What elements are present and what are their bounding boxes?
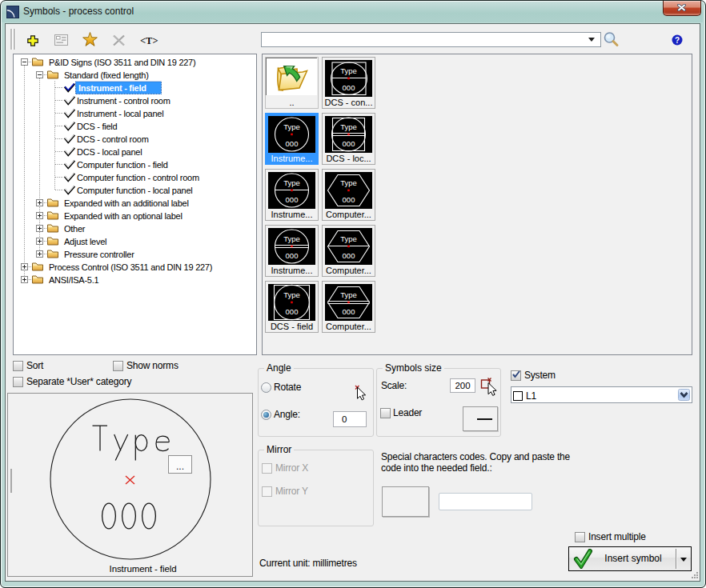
svg-text:P&ID Signs (ISO 3511 and DIN 1: P&ID Signs (ISO 3511 and DIN 19 227) xyxy=(49,58,195,67)
svg-text:Instrument - local panel: Instrument - local panel xyxy=(77,109,163,118)
svg-text:Pressure controller: Pressure controller xyxy=(64,250,134,259)
svg-text:Instrument - field: Instrument - field xyxy=(78,83,146,93)
svg-text:Computer function - field: Computer function - field xyxy=(77,160,168,170)
svg-text:Expanded with an additional la: Expanded with an additional label xyxy=(64,198,189,208)
svg-text:?: ? xyxy=(675,36,680,45)
svg-text:Standard (fixed length): Standard (fixed length) xyxy=(64,70,149,80)
svg-text:Adjust level: Adjust level xyxy=(64,237,106,246)
svg-text:Other: Other xyxy=(64,224,86,234)
svg-text:Expanded with an optional labe: Expanded with an optional label xyxy=(64,211,183,221)
svg-text:Computer function - control ro: Computer function - control room xyxy=(77,173,199,182)
svg-text:DCS - local panel: DCS - local panel xyxy=(77,147,142,157)
svg-text:DCS - control room: DCS - control room xyxy=(77,134,149,144)
svg-text:DCS - field: DCS - field xyxy=(77,122,118,131)
svg-text:ANSI/ISA-5.1: ANSI/ISA-5.1 xyxy=(49,275,99,285)
svg-text:Instrument - control room: Instrument - control room xyxy=(77,96,170,106)
svg-text:...: ... xyxy=(176,461,184,472)
svg-text:Process Control (ISO 3511 and: Process Control (ISO 3511 and DIN 19 227… xyxy=(49,262,212,272)
svg-text:Computer function - local pane: Computer function - local panel xyxy=(77,186,193,195)
